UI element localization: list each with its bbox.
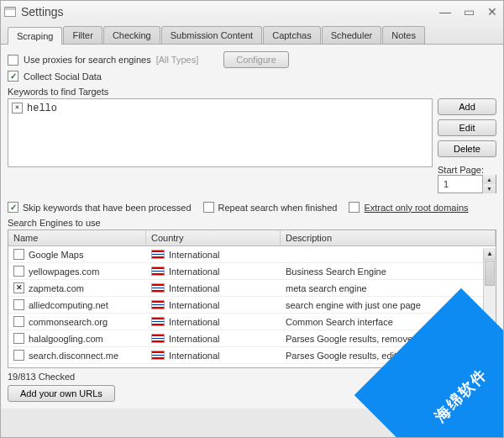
flag-icon bbox=[151, 317, 165, 326]
spin-down-icon[interactable]: ▼ bbox=[483, 184, 496, 193]
tab-notes[interactable]: Notes bbox=[382, 26, 425, 44]
tab-checking[interactable]: Checking bbox=[103, 26, 160, 44]
engine-country: International bbox=[169, 300, 220, 310]
minimize-button[interactable]: — bbox=[438, 4, 453, 19]
engine-country: International bbox=[169, 250, 220, 260]
spin-up-icon[interactable]: ▲ bbox=[483, 175, 496, 184]
keyword-row[interactable]: hello bbox=[12, 103, 428, 114]
tab-scraping[interactable]: Scraping bbox=[8, 27, 62, 45]
engine-country: International bbox=[169, 351, 220, 361]
engine-name: halalgoogling.com bbox=[29, 334, 103, 344]
tab-submission-content[interactable]: Submission Content bbox=[161, 26, 262, 44]
titlebar: Settings — ▭ ✕ bbox=[1, 1, 503, 23]
add-button[interactable]: Add bbox=[438, 98, 496, 115]
extract-root-checkbox[interactable] bbox=[349, 202, 360, 213]
flag-icon bbox=[151, 334, 165, 343]
col-description[interactable]: Description bbox=[281, 230, 496, 245]
start-page-label: Start Page: bbox=[438, 165, 496, 175]
grid-header: Name Country Description bbox=[8, 230, 496, 246]
table-row[interactable]: commonsearch.orgInternationalCommon Sear… bbox=[8, 314, 496, 330]
tabs: Scraping Filter Checking Submission Cont… bbox=[1, 23, 503, 45]
checked-status: 19/813 Checked bbox=[8, 372, 496, 382]
edit-button[interactable]: Edit bbox=[438, 119, 496, 136]
table-row[interactable]: search.disconnect.meInternationalParses … bbox=[8, 347, 496, 364]
col-name[interactable]: Name bbox=[8, 230, 146, 245]
engines-grid: Name Country Description Google MapsInte… bbox=[8, 230, 496, 368]
delete-button[interactable]: Delete bbox=[438, 140, 496, 157]
engine-country: International bbox=[169, 334, 220, 344]
engine-desc bbox=[281, 254, 496, 256]
engine-country: International bbox=[169, 317, 220, 327]
engine-checkbox[interactable] bbox=[13, 266, 24, 277]
engine-name: zapmeta.com bbox=[29, 283, 84, 293]
engine-checkbox[interactable] bbox=[13, 249, 24, 260]
collect-social-label: Collect Social Data bbox=[24, 71, 102, 82]
engine-name: search.disconnect.me bbox=[29, 351, 118, 361]
engine-checkbox[interactable] bbox=[13, 316, 24, 327]
window-title: Settings bbox=[21, 5, 64, 18]
configure-button[interactable]: Configure bbox=[223, 51, 289, 68]
start-page-value: 1 bbox=[438, 179, 482, 189]
keyword-checkbox[interactable] bbox=[12, 103, 23, 113]
engine-country: International bbox=[169, 266, 220, 277]
engine-name: yellowpages.com bbox=[29, 266, 99, 277]
engine-desc: Common Search interface bbox=[281, 316, 496, 328]
engine-checkbox[interactable] bbox=[13, 282, 24, 293]
scroll-up-icon[interactable]: ▲ bbox=[484, 248, 496, 260]
repeat-search-checkbox[interactable] bbox=[203, 202, 214, 213]
repeat-search-label: Repeat search when finished bbox=[218, 203, 338, 213]
start-page-input[interactable]: 1 ▲ ▼ bbox=[438, 175, 496, 193]
engine-checkbox[interactable] bbox=[13, 333, 24, 344]
scrollbar[interactable]: ▲ bbox=[483, 248, 496, 367]
table-row[interactable]: alliedcomputing.netInternationalsearch e… bbox=[8, 297, 496, 314]
engines-section-label: Search Engines to use bbox=[8, 218, 496, 228]
table-row[interactable]: yellowpages.comInternationalBusiness Sea… bbox=[8, 263, 496, 280]
table-row[interactable]: halalgoogling.comInternationalParses Goo… bbox=[8, 330, 496, 347]
flag-icon bbox=[151, 250, 165, 259]
engine-name: Google Maps bbox=[29, 250, 83, 260]
engine-name: commonsearch.org bbox=[29, 317, 108, 327]
keyword-side-buttons: Add Edit Delete Start Page: 1 ▲ ▼ bbox=[438, 98, 496, 193]
keywords-section-label: Keywords to find Targets bbox=[8, 87, 496, 97]
extract-root-link[interactable]: Extract only root domains bbox=[364, 203, 468, 213]
tab-scheduler[interactable]: Scheduler bbox=[322, 26, 382, 44]
tab-captchas[interactable]: Captchas bbox=[263, 26, 320, 44]
engine-name: alliedcomputing.net bbox=[29, 300, 108, 310]
engine-country: International bbox=[169, 283, 220, 293]
engine-desc: Business Search Engine bbox=[281, 266, 496, 277]
flag-icon bbox=[151, 351, 165, 360]
proxy-types-hint: [All Types] bbox=[156, 55, 199, 65]
add-urls-button[interactable]: Add your own URLs bbox=[8, 385, 115, 402]
keywords-list[interactable]: hello bbox=[8, 98, 433, 167]
maximize-button[interactable]: ▭ bbox=[461, 4, 476, 19]
close-button[interactable]: ✕ bbox=[485, 4, 500, 19]
engine-desc: Parses Google results, edit location_opt… bbox=[281, 350, 496, 361]
keyword-text: hello bbox=[27, 103, 57, 114]
col-country[interactable]: Country bbox=[146, 230, 281, 245]
engine-desc: meta search engine bbox=[281, 282, 496, 294]
engine-checkbox[interactable] bbox=[13, 299, 24, 310]
skip-processed-label: Skip keywords that have been processed bbox=[23, 203, 192, 213]
collect-social-checkbox[interactable] bbox=[8, 71, 18, 82]
engine-desc: search engine with just one page bbox=[281, 299, 496, 311]
settings-window: Settings — ▭ ✕ Scraping Filter Checking … bbox=[0, 0, 504, 438]
flag-icon bbox=[151, 266, 165, 276]
engine-desc: Parses Google results, removes 'haram' r… bbox=[281, 333, 496, 345]
table-row[interactable]: Google MapsInternational bbox=[8, 246, 496, 263]
window-buttons: — ▭ ✕ bbox=[438, 4, 500, 19]
use-proxies-label: Use proxies for search engines bbox=[24, 55, 151, 65]
use-proxies-checkbox[interactable] bbox=[8, 55, 18, 66]
tab-filter[interactable]: Filter bbox=[63, 26, 102, 44]
flag-icon bbox=[151, 300, 165, 309]
scroll-thumb[interactable] bbox=[485, 261, 495, 286]
app-icon bbox=[4, 7, 16, 17]
flag-icon bbox=[151, 283, 165, 293]
skip-processed-checkbox[interactable] bbox=[8, 202, 18, 213]
tab-content: Use proxies for search engines [All Type… bbox=[1, 45, 503, 409]
table-row[interactable]: zapmeta.comInternationalmeta search engi… bbox=[8, 280, 496, 297]
engine-checkbox[interactable] bbox=[13, 350, 24, 361]
grid-body: Google MapsInternationalyellowpages.comI… bbox=[8, 246, 496, 364]
